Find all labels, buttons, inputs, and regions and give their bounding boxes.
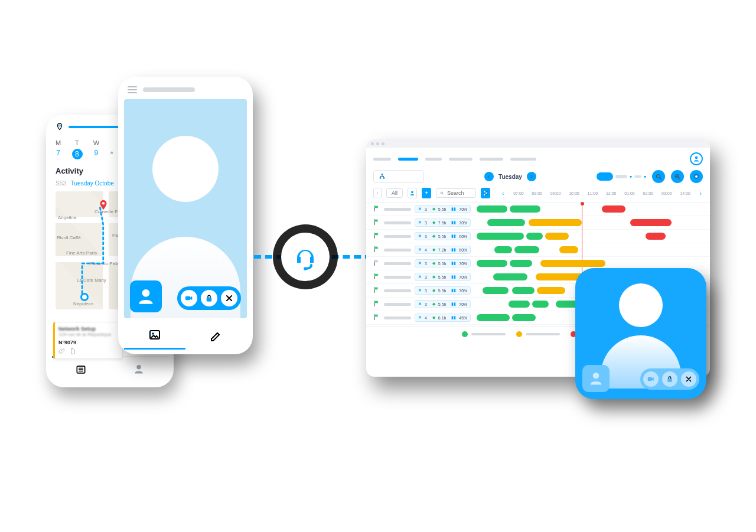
- attachment-icon[interactable]: [58, 348, 66, 355]
- resource-row[interactable]: ✕ 3 ◆ 5.5h ▮▮ 60%: [366, 230, 710, 243]
- tab-media[interactable]: [124, 322, 185, 350]
- gantt-bar[interactable]: [532, 301, 549, 308]
- gantt-track[interactable]: [477, 232, 703, 240]
- resource-name-placeholder: [384, 221, 411, 224]
- gantt-bar[interactable]: [646, 233, 666, 240]
- nav-item[interactable]: [480, 158, 503, 161]
- gantt-bar[interactable]: [537, 287, 565, 294]
- resource-name-placeholder: [384, 208, 411, 211]
- gantt-bar[interactable]: [477, 233, 524, 240]
- privacy-lock-button[interactable]: [662, 371, 677, 387]
- gantt-bar[interactable]: [602, 205, 625, 213]
- gantt-bar[interactable]: [509, 301, 530, 308]
- settings-button[interactable]: [690, 170, 703, 183]
- gantt-bar[interactable]: [545, 233, 569, 240]
- nav-item[interactable]: [373, 158, 391, 161]
- tab-profile[interactable]: [110, 357, 168, 381]
- view-mode-toggle[interactable]: ▾ ▾: [597, 172, 646, 181]
- nav-item[interactable]: [510, 158, 536, 161]
- gantt-bar[interactable]: [512, 287, 535, 294]
- more-days-indicator: •: [110, 148, 114, 159]
- resource-name-placeholder: [384, 235, 411, 238]
- resource-row[interactable]: ✕ 3 ◆ 5.5h ▮▮ 70%: [366, 203, 710, 216]
- gantt-bar[interactable]: [494, 246, 512, 253]
- tab-activity[interactable]: [52, 356, 110, 381]
- gantt-bar[interactable]: [514, 246, 539, 253]
- gantt-bar[interactable]: [512, 314, 536, 321]
- gantt-bar[interactable]: [559, 246, 578, 253]
- zoom-in-button[interactable]: [671, 170, 684, 183]
- gantt-bar[interactable]: [487, 219, 525, 226]
- timeline-hour: 12:00: [606, 191, 617, 195]
- self-video-thumbnail[interactable]: [582, 365, 610, 392]
- gantt-bar[interactable]: [540, 260, 605, 267]
- toggle-video-button[interactable]: [181, 290, 197, 306]
- flag-icon: [373, 218, 380, 227]
- resource-row[interactable]: ✕ 3 ◆ 7.5h ▮▮ 70%: [366, 216, 710, 230]
- nav-item-active[interactable]: [398, 158, 418, 161]
- location-user-icon: [56, 123, 64, 131]
- flag-icon: [373, 259, 380, 267]
- mobile-header: [124, 85, 247, 99]
- gantt-track[interactable]: [477, 259, 703, 267]
- flag-icon: [373, 286, 380, 295]
- nav-item[interactable]: [449, 158, 472, 161]
- date-label: Tuesday Octobe: [71, 180, 114, 187]
- person-head-icon: [619, 283, 663, 327]
- scroll-left-button[interactable]: ‹: [501, 190, 505, 197]
- timeline-hour: 10:00: [569, 191, 579, 195]
- filter-person-button[interactable]: [408, 188, 417, 198]
- prev-day-button[interactable]: [484, 172, 494, 181]
- self-video-thumbnail[interactable]: [130, 280, 162, 312]
- window-chrome: [366, 139, 710, 148]
- collapse-button[interactable]: ‹: [373, 188, 382, 198]
- gantt-bar[interactable]: [529, 219, 582, 226]
- job-number: N°9079: [58, 340, 119, 345]
- privacy-lock-button[interactable]: [201, 290, 217, 306]
- toggle-video-button[interactable]: [643, 371, 659, 387]
- support-headset-badge: [281, 233, 330, 281]
- account-avatar[interactable]: [690, 152, 703, 165]
- resource-row[interactable]: ✕ 4 ◆ 7.2h ▮▮ 60%: [366, 243, 710, 257]
- gantt-bar[interactable]: [483, 287, 509, 294]
- map-marker-icon[interactable]: [97, 197, 110, 214]
- tab-notes[interactable]: [185, 322, 247, 350]
- capacity-badge: ✕ 4 ◆ 6.1h ▮▮ 45%: [415, 314, 471, 322]
- filter-all[interactable]: All: [386, 188, 403, 198]
- scroll-right-button[interactable]: ›: [699, 190, 703, 197]
- gantt-bar[interactable]: [477, 260, 507, 267]
- search-button[interactable]: [652, 170, 665, 183]
- resource-name-placeholder: [384, 289, 411, 292]
- next-day-button[interactable]: [527, 172, 536, 181]
- org-selector[interactable]: [373, 170, 424, 183]
- search-icon: [440, 190, 444, 196]
- gantt-track[interactable]: [477, 205, 703, 213]
- resource-search[interactable]: [436, 188, 476, 198]
- day-switcher: Tuesday: [484, 172, 536, 181]
- search-input[interactable]: [447, 190, 472, 196]
- gantt-bar[interactable]: [510, 205, 540, 213]
- remote-video: [124, 99, 247, 318]
- gantt-bar[interactable]: [526, 233, 543, 240]
- add-button[interactable]: +: [422, 188, 431, 198]
- timeline-hour: 07:00: [513, 191, 524, 195]
- gantt-bar[interactable]: [493, 273, 527, 280]
- job-card[interactable]: Network Setup 124 rue de la République N…: [53, 322, 123, 359]
- gantt-bar[interactable]: [630, 219, 672, 226]
- hierarchy-icon: [379, 173, 386, 180]
- filter-sliders-button[interactable]: [481, 188, 490, 198]
- gantt-track[interactable]: [477, 218, 703, 227]
- weekday-button[interactable]: W9: [93, 139, 100, 159]
- weekday-button[interactable]: T8: [72, 139, 83, 159]
- gantt-track[interactable]: [477, 246, 703, 254]
- end-call-button[interactable]: [681, 371, 696, 387]
- weekday-button[interactable]: M7: [56, 139, 61, 159]
- gantt-bar[interactable]: [477, 314, 510, 321]
- menu-icon[interactable]: [128, 86, 137, 93]
- gantt-bar[interactable]: [510, 260, 532, 267]
- capacity-badge: ✕ 3 ◆ 5.5h ▮▮ 70%: [415, 300, 471, 308]
- document-icon[interactable]: [69, 348, 76, 355]
- end-call-button[interactable]: [221, 290, 237, 306]
- nav-item[interactable]: [425, 158, 442, 161]
- gantt-bar[interactable]: [477, 205, 507, 213]
